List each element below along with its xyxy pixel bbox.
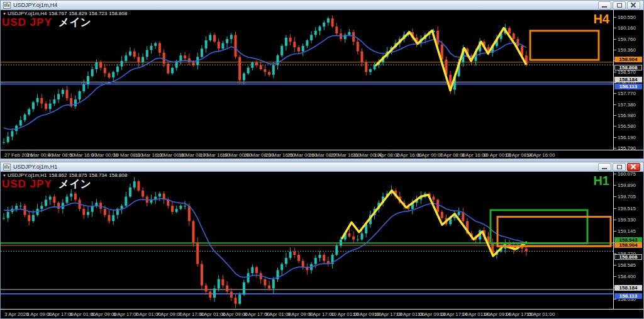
window-title: USDJPY.oj1m,H4 — [13, 2, 57, 8]
chart-window-h1: USDJPY.oj1m,H1 ▼USDJPY.oj1m,H1158.862158… — [0, 162, 644, 319]
window-titlebar[interactable]: USDJPY.oj1m,H1 — [1, 162, 643, 172]
h4-price-axis[interactable]: 160.550160.160159.760159.360158.960158.5… — [613, 10, 643, 150]
watermark-suffix: メイン — [58, 16, 91, 28]
price-marker-box: 158.184 — [614, 285, 642, 291]
minimize-button[interactable] — [598, 1, 611, 9]
time-axis-label: 3 Apr 2026 — [4, 311, 29, 317]
chart-window-h4: USDJPY.oj1m,H4 ▼USDJPY.oj1m,H4158.767158… — [0, 0, 644, 159]
candlestick-series — [3, 16, 528, 145]
timeframe-label: H1 — [593, 174, 609, 188]
price-tick-label: 157.770 — [618, 91, 636, 96]
window-titlebar[interactable]: USDJPY.oj1m,H4 — [1, 1, 643, 10]
timeframe-label: H4 — [593, 12, 609, 26]
drawn-rectangle[interactable] — [497, 217, 611, 247]
restore-button[interactable] — [613, 163, 626, 171]
price-marker-box: 158.113 — [614, 293, 642, 299]
close-button[interactable] — [627, 163, 640, 171]
candlestick-series — [3, 177, 528, 308]
price-tick-label: 159.145 — [618, 228, 636, 234]
mt4-workspace: { "colors": { "bull": "#1fc1b7", "bear":… — [0, 0, 644, 319]
info-low: 158.734 — [89, 172, 107, 178]
price-tick-label: 159.360 — [618, 47, 636, 53]
h4-candles-svg — [1, 10, 613, 150]
price-tick-label: 159.330 — [618, 217, 636, 223]
time-axis-label: 15 Apr 01:00 — [526, 311, 555, 317]
watermark-pair: USD JPY — [2, 16, 52, 28]
h1-price-axis[interactable]: 160.075159.890159.705159.515159.330159.1… — [613, 172, 643, 309]
drawn-rectangle[interactable] — [530, 31, 599, 60]
drawn-rectangle[interactable] — [491, 210, 587, 243]
close-button[interactable] — [627, 1, 640, 9]
price-tick-label: 157.380 — [618, 102, 636, 108]
chart-window-icon — [3, 2, 11, 9]
price-tick-label: 158.585 — [618, 262, 636, 268]
price-tick-label: 160.160 — [618, 25, 636, 31]
symbol-watermark: USD JPYメイン — [2, 15, 91, 30]
watermark-pair: USD JPY — [2, 178, 52, 190]
price-tick-label: 159.760 — [618, 36, 636, 42]
info-close: 158.808 — [109, 172, 127, 178]
info-close: 158.808 — [109, 11, 127, 16]
h1-candles-svg — [1, 172, 613, 309]
price-tick-label: 156.580 — [618, 123, 636, 129]
price-tick-label: 158.400 — [618, 274, 636, 279]
symbol-watermark: USD JPYメイン — [2, 177, 91, 191]
price-tick-label: 160.550 — [618, 14, 636, 20]
h1-plot-area[interactable]: ▼USDJPY.oj1m,H1158.862158.875158.734158.… — [1, 172, 613, 309]
h1-time-axis[interactable]: 3 Apr 20263 Apr 09:003 Apr 17:006 Apr 01… — [1, 309, 643, 318]
window-title: USDJPY.oj1m,H1 — [13, 164, 57, 170]
price-marker-box: 158.904 — [614, 242, 642, 248]
minimize-button[interactable] — [598, 163, 611, 171]
price-marker-box: 158.184 — [614, 77, 642, 82]
price-marker-box: 158.808 — [614, 254, 642, 260]
info-low: 158.723 — [89, 11, 107, 16]
moving-average-line — [4, 199, 526, 279]
restore-button[interactable] — [613, 1, 626, 9]
price-tick-label: 160.075 — [618, 171, 636, 177]
time-axis-label: 14 Apr 16:00 — [526, 152, 555, 158]
price-tick-label: 159.705 — [618, 194, 636, 199]
price-tick-label: 159.890 — [618, 182, 636, 188]
price-marker-box: 158.113 — [614, 84, 642, 89]
price-marker-box: 158.904 — [614, 57, 642, 62]
price-tick-label: 159.515 — [618, 206, 636, 211]
h4-plot-area[interactable]: ▼USDJPY.oj1m,H4158.767158.829158.723158.… — [1, 10, 613, 150]
price-tick-label: 156.980 — [618, 113, 636, 118]
price-marker-box: 158.808 — [614, 65, 642, 70]
chart-window-icon — [3, 164, 11, 171]
h4-time-axis[interactable]: 27 Feb 20263 Mar 00:004 Mar 08:005 Mar 1… — [1, 150, 643, 159]
price-tick-label: 156.190 — [618, 135, 636, 140]
watermark-suffix: メイン — [58, 178, 91, 190]
